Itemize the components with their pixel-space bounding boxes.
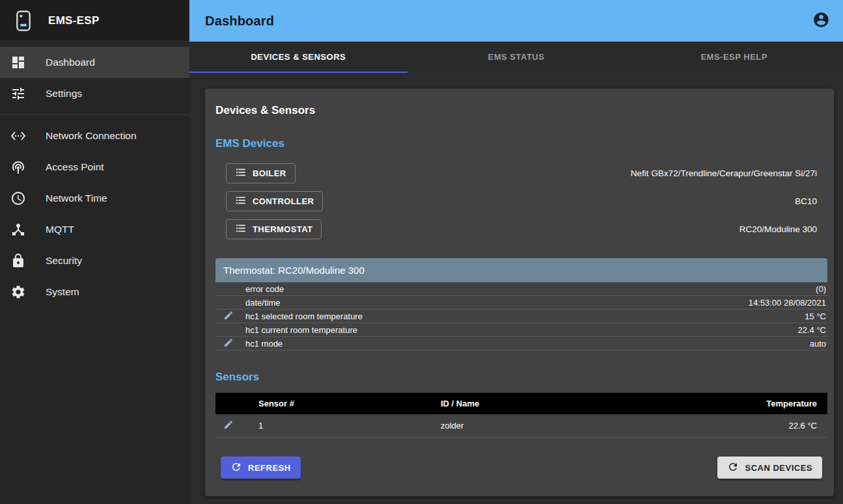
sidebar-item-label: Security bbox=[46, 255, 82, 267]
device-hub-icon bbox=[10, 222, 26, 237]
app-root: EMS-ESP Dashboard Settings Network bbox=[0, 0, 843, 504]
detail-row-label: date/time bbox=[245, 298, 749, 308]
boiler-model: Nefit GBx72/Trendline/Cerapur/Greenstar … bbox=[631, 168, 817, 178]
pencil-icon bbox=[223, 310, 234, 323]
edit-button[interactable] bbox=[223, 419, 234, 432]
edit-button[interactable] bbox=[223, 310, 234, 323]
thermostat-model: RC20/Moduline 300 bbox=[739, 224, 817, 234]
tab-bar: DEVICES & SENSORS EMS STATUS EMS-ESP HEL… bbox=[189, 42, 843, 73]
dashboard-icon bbox=[10, 55, 26, 70]
list-icon bbox=[235, 222, 247, 236]
tab-ems-esp-help[interactable]: EMS-ESP HELP bbox=[625, 42, 843, 73]
gear-icon bbox=[10, 284, 26, 300]
refresh-icon bbox=[727, 461, 739, 475]
device-detail-title: Thermostat: RC20/Moduline 300 bbox=[223, 265, 365, 276]
clock-icon bbox=[10, 191, 26, 206]
device-detail-header: Thermostat: RC20/Moduline 300 bbox=[215, 258, 827, 282]
ems-esp-logo-icon bbox=[10, 8, 36, 34]
pencil-icon bbox=[223, 419, 234, 432]
detail-row: hc1 current room temperature 22.4 °C bbox=[215, 323, 827, 337]
sidebar-item-dashboard[interactable]: Dashboard bbox=[0, 47, 189, 78]
page-title: Dashboard bbox=[205, 14, 274, 29]
refresh-button-label: REFRESH bbox=[248, 463, 291, 473]
sidebar-item-label: Access Point bbox=[46, 161, 104, 173]
pencil-icon bbox=[223, 338, 234, 350]
detail-row-label: error code bbox=[245, 284, 816, 294]
sidebar-item-label: MQTT bbox=[46, 224, 74, 235]
refresh-icon bbox=[230, 461, 242, 475]
sidebar-item-label: Network Connection bbox=[46, 130, 137, 142]
device-row-thermostat: THERMOSTAT RC20/Moduline 300 bbox=[226, 215, 817, 243]
sensors-heading: Sensors bbox=[215, 371, 827, 384]
detail-row: hc1 selected room temperature 15 °C bbox=[215, 310, 827, 323]
boiler-button-label: BOILER bbox=[253, 168, 286, 178]
detail-row-label: hc1 current room temperature bbox=[245, 325, 797, 335]
main-column: Dashboard DEVICES & SENSORS EMS STATUS E… bbox=[189, 0, 843, 504]
sidebar-item-mqtt[interactable]: MQTT bbox=[0, 214, 189, 245]
col-temperature: Temperature bbox=[697, 399, 827, 408]
sidebar-item-system[interactable]: System bbox=[0, 276, 189, 308]
device-row-controller: CONTROLLER BC10 bbox=[226, 187, 817, 215]
sidebar-item-network-connection[interactable]: Network Connection bbox=[0, 120, 189, 152]
boiler-button[interactable]: BOILER bbox=[226, 163, 296, 183]
sidebar-nav: Dashboard Settings Network Connection bbox=[0, 42, 189, 308]
sidebar-item-settings[interactable]: Settings bbox=[0, 78, 189, 109]
col-id-name: ID / Name bbox=[428, 399, 697, 408]
card-title: Devices & Sensors bbox=[215, 104, 827, 117]
detail-row: error code (0) bbox=[215, 282, 827, 296]
app-title: EMS-ESP bbox=[48, 14, 100, 27]
sidebar-item-security[interactable]: Security bbox=[0, 245, 189, 276]
sidebar: EMS-ESP Dashboard Settings Network bbox=[0, 0, 189, 504]
sensor-name: zolder bbox=[428, 421, 697, 431]
sidebar-item-label: Dashboard bbox=[46, 57, 95, 68]
sensor-row: 1 zolder 22.6 °C bbox=[215, 414, 827, 438]
refresh-button[interactable]: REFRESH bbox=[221, 457, 301, 479]
controller-button-label: CONTROLLER bbox=[253, 196, 314, 206]
list-icon bbox=[235, 166, 247, 180]
network-icon bbox=[10, 128, 26, 144]
devices-sensors-card: Devices & Sensors EMS Devices BOILER Nef… bbox=[205, 88, 834, 496]
detail-row: date/time 14:53:00 28/08/2021 bbox=[215, 296, 827, 310]
detail-row: hc1 mode auto bbox=[215, 337, 827, 351]
settings-tune-icon bbox=[10, 86, 26, 101]
account-circle-icon bbox=[812, 11, 830, 31]
col-sensor-number: Sensor # bbox=[245, 399, 428, 408]
tab-ems-status[interactable]: EMS STATUS bbox=[408, 42, 626, 73]
detail-row-label: hc1 selected room temperature bbox=[245, 312, 805, 321]
controller-button[interactable]: CONTROLLER bbox=[226, 191, 323, 211]
ems-devices-heading: EMS Devices bbox=[215, 137, 827, 150]
sidebar-item-label: System bbox=[46, 286, 79, 298]
sensor-number: 1 bbox=[245, 421, 428, 431]
thermostat-button[interactable]: THERMOSTAT bbox=[226, 219, 322, 239]
sensor-temperature: 22.6 °C bbox=[697, 421, 827, 431]
scan-devices-button-label: SCAN DEVICES bbox=[745, 463, 812, 473]
account-button[interactable] bbox=[810, 10, 831, 31]
detail-row-label: hc1 mode bbox=[245, 339, 810, 349]
edit-button[interactable] bbox=[223, 338, 234, 350]
detail-row-value: 14:53:00 28/08/2021 bbox=[749, 298, 827, 308]
sidebar-item-label: Settings bbox=[46, 88, 82, 99]
tab-devices-sensors[interactable]: DEVICES & SENSORS bbox=[189, 42, 408, 73]
sidebar-item-network-time[interactable]: Network Time bbox=[0, 183, 189, 214]
wifi-tethering-icon bbox=[10, 159, 26, 175]
controller-model: BC10 bbox=[795, 196, 817, 206]
sidebar-item-label: Network Time bbox=[46, 192, 107, 204]
sidebar-divider bbox=[0, 114, 189, 115]
scan-devices-button[interactable]: SCAN DEVICES bbox=[717, 457, 822, 479]
lock-icon bbox=[10, 253, 26, 269]
detail-row-value: 22.4 °C bbox=[797, 325, 827, 335]
sensors-table: Sensor # ID / Name Temperature 1 bbox=[215, 393, 827, 438]
list-icon bbox=[235, 194, 247, 208]
thermostat-button-label: THERMOSTAT bbox=[253, 224, 312, 234]
actions-row: REFRESH SCAN DEVICES bbox=[215, 457, 827, 479]
device-row-boiler: BOILER Nefit GBx72/Trendline/Cerapur/Gre… bbox=[226, 159, 817, 187]
content-area: Devices & Sensors EMS Devices BOILER Nef… bbox=[189, 73, 843, 504]
detail-row-value: 15 °C bbox=[805, 312, 827, 321]
sidebar-item-access-point[interactable]: Access Point bbox=[0, 152, 189, 183]
sidebar-header: EMS-ESP bbox=[0, 0, 189, 42]
sensors-table-header: Sensor # ID / Name Temperature bbox=[215, 393, 827, 414]
detail-row-value: (0) bbox=[816, 284, 827, 294]
topbar: Dashboard bbox=[189, 0, 843, 42]
detail-row-value: auto bbox=[810, 339, 827, 349]
